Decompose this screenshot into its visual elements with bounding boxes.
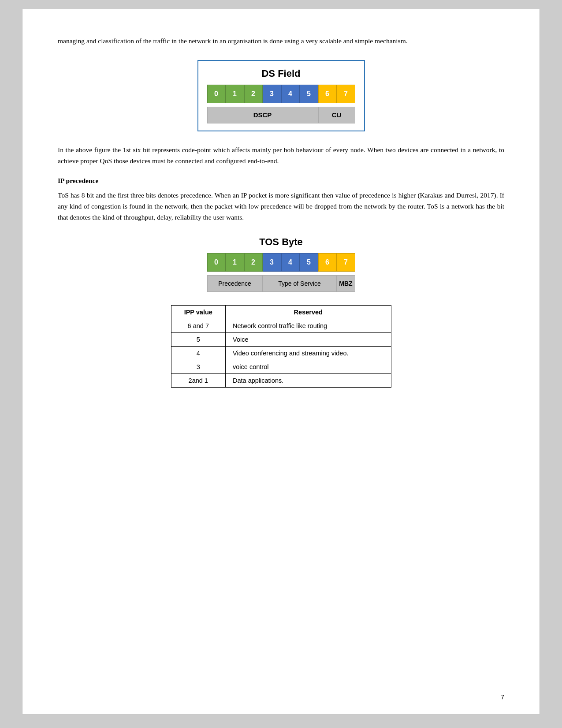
tos-byte-diagram-box: TOS Byte 0 1 2 3 4 5 6 7 Precedence Type…: [202, 236, 361, 292]
dscp-label: DSCP: [207, 107, 318, 123]
ds-bit-4: 4: [281, 85, 300, 103]
ipp-table: IPP value Reserved 6 and 7Network contro…: [171, 305, 391, 388]
ds-bit-3: 3: [263, 85, 281, 103]
tos-bit-0: 0: [207, 253, 226, 272]
ipp-table-body: 6 and 7Network control traffic like rout…: [171, 319, 391, 387]
ds-bit-7: 7: [337, 85, 355, 103]
tos-bit-6: 6: [318, 253, 337, 272]
table-cell-reserved: Video conferencing and streaming video.: [226, 346, 391, 360]
tos-bit-3: 3: [263, 253, 281, 272]
cu-label: CU: [318, 107, 355, 123]
table-row: 6 and 7Network control traffic like rout…: [171, 319, 391, 332]
ipp-table-container: IPP value Reserved 6 and 7Network contro…: [58, 305, 504, 388]
ds-field-label-row: DSCP CU: [207, 107, 355, 123]
table-cell-ipp: 4: [171, 346, 226, 360]
table-row: 5Voice: [171, 332, 391, 346]
tos-bit-5: 5: [300, 253, 318, 272]
ds-field-bit-row: 0 1 2 3 4 5 6 7: [207, 85, 355, 103]
tos-bit-1: 1: [226, 253, 244, 272]
intro-paragraph: managing and classification of the traff…: [58, 36, 504, 47]
tos-bit-4: 4: [281, 253, 300, 272]
page-number: 7: [501, 694, 504, 701]
ds-bit-2: 2: [244, 85, 263, 103]
ds-field-diagram-box: DS Field 0 1 2 3 4 5 6 7 DSCP CU: [197, 60, 365, 131]
precedence-label: Precedence: [207, 275, 263, 292]
table-cell-ipp: 2and 1: [171, 373, 226, 387]
col-header-reserved: Reserved: [226, 305, 391, 319]
table-row: 2and 1Data applications.: [171, 373, 391, 387]
mbz-label: MBZ: [337, 275, 355, 292]
type-of-service-label: Type of Service: [263, 275, 337, 292]
ds-bit-0: 0: [207, 85, 226, 103]
tos-bit-row: 0 1 2 3 4 5 6 7: [202, 253, 361, 272]
tos-byte-diagram-container: TOS Byte 0 1 2 3 4 5 6 7 Precedence Type…: [58, 236, 504, 292]
col-header-ipp: IPP value: [171, 305, 226, 319]
ip-precedence-heading: IP precedence: [58, 177, 504, 185]
table-cell-ipp: 3: [171, 360, 226, 373]
table-row: 3voice control: [171, 360, 391, 373]
page: managing and classification of the traff…: [22, 9, 540, 714]
tos-byte-title: TOS Byte: [202, 236, 361, 248]
tos-bit-7: 7: [337, 253, 355, 272]
table-cell-ipp: 6 and 7: [171, 319, 226, 332]
ds-bit-1: 1: [226, 85, 244, 103]
ds-field-title: DS Field: [207, 68, 355, 79]
table-cell-reserved: Data applications.: [226, 373, 391, 387]
table-row: 4Video conferencing and streaming video.: [171, 346, 391, 360]
ds-field-diagram-container: DS Field 0 1 2 3 4 5 6 7 DSCP CU: [58, 60, 504, 131]
ds-field-caption: In the above figure the 1st six bit repr…: [58, 145, 504, 167]
ds-bit-6: 6: [318, 85, 337, 103]
table-header-row: IPP value Reserved: [171, 305, 391, 319]
tos-bit-2: 2: [244, 253, 263, 272]
tos-label-row: Precedence Type of Service MBZ: [202, 275, 361, 292]
table-cell-reserved: voice control: [226, 360, 391, 373]
table-cell-ipp: 5: [171, 332, 226, 346]
table-cell-reserved: Network control traffic like routing: [226, 319, 391, 332]
ds-bit-5: 5: [300, 85, 318, 103]
table-cell-reserved: Voice: [226, 332, 391, 346]
ip-precedence-body: ToS has 8 bit and the first three bits d…: [58, 190, 504, 223]
